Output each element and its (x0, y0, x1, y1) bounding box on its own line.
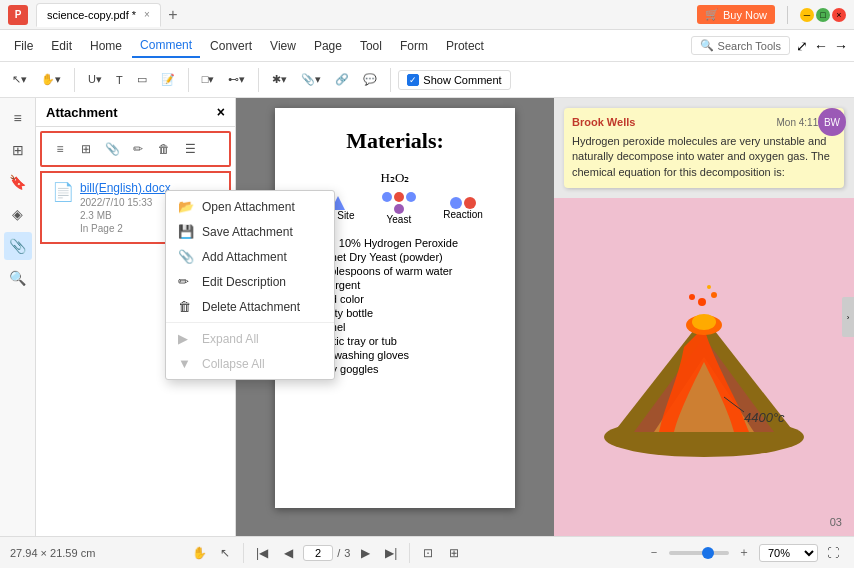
attachment-btn[interactable]: 📎▾ (295, 69, 327, 90)
stamp-btn[interactable]: ✱▾ (266, 69, 293, 90)
titlebar-separator (787, 6, 788, 24)
yeast-c1 (382, 192, 392, 202)
add-attachment-icon: 📎 (178, 249, 194, 264)
last-page-btn[interactable]: ▶| (380, 542, 402, 564)
particle2 (711, 292, 717, 298)
text-btn[interactable]: T (110, 70, 129, 90)
panel-header: Attachment × (36, 98, 235, 127)
ctx-expand-label: Expand All (202, 332, 259, 346)
maximize-button[interactable]: □ (816, 8, 830, 22)
cursor-btn[interactable]: ↖▾ (6, 69, 33, 90)
hand-tool-btn[interactable]: ✋ (188, 542, 210, 564)
ctx-edit-description[interactable]: ✏ Edit Description (166, 269, 334, 294)
show-comment-checkbox[interactable]: ✓ (407, 74, 419, 86)
next-page-btn[interactable]: ▶ (354, 542, 376, 564)
zoom-thumb[interactable] (702, 547, 714, 559)
formula-display: H₂O₂ (295, 170, 495, 186)
main-area: ≡ ⊞ 🔖 ◈ 📎 🔍 Attachment × ≡ ⊞ 📎 ✏ 🗑 ☰ 📄 b… (0, 98, 854, 536)
sidebar-item-search[interactable]: 🔍 (4, 264, 32, 292)
yeast-circles (379, 192, 419, 214)
panel-close-btn[interactable]: × (217, 104, 225, 120)
textbox-btn[interactable]: ▭ (131, 69, 153, 90)
reaction-c1 (450, 197, 462, 209)
first-page-btn[interactable]: |◀ (251, 542, 273, 564)
buy-now-button[interactable]: 🛒 Buy Now (697, 5, 775, 24)
show-comment-button[interactable]: ✓ Show Comment (398, 70, 510, 90)
underline-btn[interactable]: U▾ (82, 69, 108, 90)
panel-tool-edit[interactable]: ✏ (126, 137, 150, 161)
titlebar: P science-copy.pdf * × + 🛒 Buy Now ─ □ × (0, 0, 854, 30)
prev-page-btn[interactable]: ◀ (277, 542, 299, 564)
minimize-button[interactable]: ─ (800, 8, 814, 22)
zoom-select[interactable]: 70% 50% 75% 100% 125% 150% (759, 544, 818, 562)
close-button[interactable]: × (832, 8, 846, 22)
zoom-out-btn[interactable]: － (643, 542, 665, 564)
shapes-btn[interactable]: □▾ (196, 69, 221, 90)
panel-tool-add[interactable]: ⊞ (74, 137, 98, 161)
panel-tool-attach[interactable]: 📎 (100, 137, 124, 161)
open-attachment-icon: 📂 (178, 199, 194, 214)
attachment-filename: bill(English).docx (80, 181, 171, 195)
menu-form[interactable]: Form (392, 35, 436, 57)
new-tab-btn[interactable]: + (163, 5, 183, 25)
panel-toolbar: ≡ ⊞ 📎 ✏ 🗑 ☰ (40, 131, 231, 167)
menu-protect[interactable]: Protect (438, 35, 492, 57)
bottombar: 27.94 × 21.59 cm ✋ ↖ |◀ ◀ 2 / 3 ▶ ▶| ⊡ ⊞… (0, 536, 854, 568)
ctx-open-attachment[interactable]: 📂 Open Attachment (166, 194, 334, 219)
sidebar-item-menu[interactable]: ≡ (4, 104, 32, 132)
ctx-expand-all: ▶ Expand All (166, 326, 334, 351)
back-icon[interactable]: ← (814, 38, 828, 54)
ctx-add-attachment[interactable]: 📎 Add Attachment (166, 244, 334, 269)
sidebar-item-comment[interactable]: ◈ (4, 200, 32, 228)
attachment-page: In Page 2 (80, 223, 171, 234)
tab-close-btn[interactable]: × (144, 9, 150, 20)
attachment-info: bill(English).docx 2022/7/10 15:33 2.3 M… (80, 181, 171, 234)
menu-file[interactable]: File (6, 35, 41, 57)
measure-btn[interactable]: ⊷▾ (222, 69, 251, 90)
menu-convert[interactable]: Convert (202, 35, 260, 57)
sidebar-item-thumbnail[interactable]: ⊞ (4, 136, 32, 164)
hand-btn[interactable]: ✋▾ (35, 69, 67, 90)
particle1 (698, 298, 706, 306)
fit-page-btn[interactable]: ⊡ (417, 542, 439, 564)
ctx-save-attachment[interactable]: 💾 Save Attachment (166, 219, 334, 244)
ctx-separator (166, 322, 334, 323)
expand-icon[interactable]: ⤢ (796, 38, 808, 54)
zoom-slider[interactable] (669, 551, 729, 555)
left-sidebar: ≡ ⊞ 🔖 ◈ 📎 🔍 (0, 98, 36, 536)
menu-tool[interactable]: Tool (352, 35, 390, 57)
panel-tool-list[interactable]: ≡ (48, 137, 72, 161)
zoom-in-btn[interactable]: ＋ (733, 542, 755, 564)
toolbar: ↖▾ ✋▾ U▾ T ▭ 📝 □▾ ⊷▾ ✱▾ 📎▾ 🔗 💬 ✓ Show Co… (0, 62, 854, 98)
comment-text: Hydrogen peroxide molecules are very uns… (572, 134, 836, 180)
forward-icon[interactable]: → (834, 38, 848, 54)
toolbar-div-4 (390, 68, 391, 92)
active-tab[interactable]: science-copy.pdf * × (36, 3, 161, 27)
callout-btn[interactable]: 📝 (155, 69, 181, 90)
menu-view[interactable]: View (262, 35, 304, 57)
menu-comment[interactable]: Comment (132, 34, 200, 58)
link-btn[interactable]: 🔗 (329, 69, 355, 90)
menu-home[interactable]: Home (82, 35, 130, 57)
menu-edit[interactable]: Edit (43, 35, 80, 57)
sidebar-item-attachment[interactable]: 📎 (4, 232, 32, 260)
panel-tool-delete[interactable]: 🗑 (152, 137, 176, 161)
panel-tool-more[interactable]: ☰ (178, 137, 202, 161)
attachment-size: 2.3 MB (80, 210, 171, 221)
comment-icon-btn[interactable]: 💬 (357, 69, 383, 90)
cursor-select-btn[interactable]: ↖ (214, 542, 236, 564)
fullscreen-btn[interactable]: ⛶ (822, 542, 844, 564)
reaction-c2 (464, 197, 476, 209)
ctx-delete-label: Delete Attachment (202, 300, 300, 314)
temp-text: 4400°c (744, 410, 785, 425)
panel-handle[interactable]: › (842, 297, 854, 337)
ctx-delete-attachment[interactable]: 🗑 Delete Attachment (166, 294, 334, 319)
menu-page[interactable]: Page (306, 35, 350, 57)
fit-width-btn[interactable]: ⊞ (443, 542, 465, 564)
search-tools[interactable]: 🔍 Search Tools (691, 36, 790, 55)
page-input[interactable]: 2 (303, 545, 333, 561)
ctx-add-label: Add Attachment (202, 250, 287, 264)
sidebar-item-bookmark[interactable]: 🔖 (4, 168, 32, 196)
cart-icon: 🛒 (705, 8, 719, 21)
save-attachment-icon: 💾 (178, 224, 194, 239)
